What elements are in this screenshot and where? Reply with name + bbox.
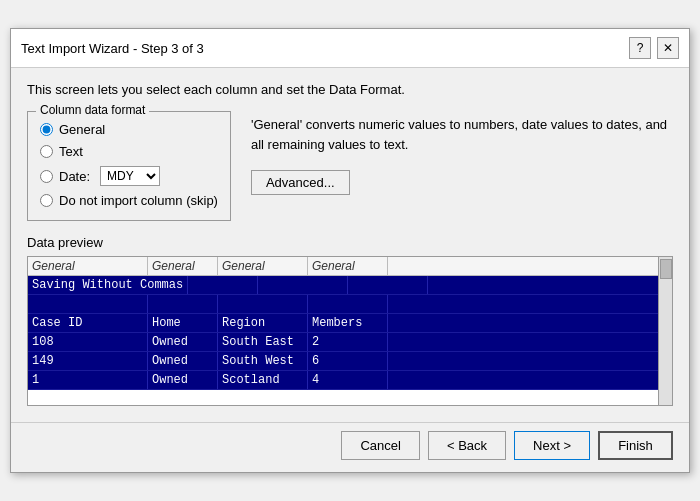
scroll-thumb-vert[interactable]	[660, 259, 672, 279]
help-button[interactable]: ?	[629, 37, 651, 59]
main-area: Column data format General Text Date: MD…	[27, 111, 673, 221]
radio-date-label[interactable]: Date:	[59, 169, 90, 184]
radio-general-row: General	[40, 122, 218, 137]
cell-0-1	[188, 276, 258, 294]
cell-3-0: 108	[28, 333, 148, 351]
finish-button[interactable]: Finish	[598, 431, 673, 460]
cell-5-1: Owned	[148, 371, 218, 389]
cell-0-0: Saving Without Commas	[28, 276, 188, 294]
left-panel: Column data format General Text Date: MD…	[27, 111, 231, 221]
col-header-4: General	[308, 257, 388, 275]
title-bar: Text Import Wizard - Step 3 of 3 ? ✕	[11, 29, 689, 68]
col-header-2: General	[148, 257, 218, 275]
cell-5-2: Scotland	[218, 371, 308, 389]
dialog-title: Text Import Wizard - Step 3 of 3	[21, 41, 204, 56]
col-headers: General General General General	[28, 257, 658, 276]
radio-text-label[interactable]: Text	[59, 144, 83, 159]
radio-skip-row: Do not import column (skip)	[40, 193, 218, 208]
cell-4-1: Owned	[148, 352, 218, 370]
cell-3-3: 2	[308, 333, 388, 351]
radio-general[interactable]	[40, 123, 53, 136]
close-button[interactable]: ✕	[657, 37, 679, 59]
cell-1-0	[28, 295, 148, 313]
cell-2-1: Home	[148, 314, 218, 332]
radio-date-row: Date: MDY DMY YMD	[40, 166, 218, 186]
cell-3-2: South East	[218, 333, 308, 351]
radio-general-label[interactable]: General	[59, 122, 105, 137]
col-header-1: General	[28, 257, 148, 275]
dialog-body: This screen lets you select each column …	[11, 68, 689, 416]
cell-1-2	[218, 295, 308, 313]
table-row	[28, 295, 658, 314]
group-box-label: Column data format	[36, 103, 149, 117]
data-preview-section: Data preview General General General Gen…	[27, 235, 673, 406]
table-row: 108 Owned South East 2	[28, 333, 658, 352]
cell-1-1	[148, 295, 218, 313]
cell-4-0: 149	[28, 352, 148, 370]
horizontal-scrollbar[interactable]	[28, 405, 672, 406]
cell-2-2: Region	[218, 314, 308, 332]
table-row: 1 Owned Scotland 4	[28, 371, 658, 390]
cell-0-2	[258, 276, 348, 294]
cell-2-3: Members	[308, 314, 388, 332]
preview-table: General General General General Saving W…	[28, 257, 658, 405]
cell-2-0: Case ID	[28, 314, 148, 332]
preview-container: General General General General Saving W…	[27, 256, 673, 406]
table-row: Case ID Home Region Members	[28, 314, 658, 333]
cell-1-3	[308, 295, 388, 313]
table-row: Saving Without Commas	[28, 276, 658, 295]
radio-skip-label[interactable]: Do not import column (skip)	[59, 193, 218, 208]
cell-0-3	[348, 276, 428, 294]
cell-3-1: Owned	[148, 333, 218, 351]
info-text: 'General' converts numeric values to num…	[251, 115, 673, 154]
column-format-group: Column data format General Text Date: MD…	[27, 111, 231, 221]
data-preview-label: Data preview	[27, 235, 673, 250]
back-button[interactable]: < Back	[428, 431, 506, 460]
cell-4-2: South West	[218, 352, 308, 370]
next-button[interactable]: Next >	[514, 431, 590, 460]
cell-4-3: 6	[308, 352, 388, 370]
preview-table-wrap: General General General General Saving W…	[28, 257, 672, 405]
cancel-button[interactable]: Cancel	[341, 431, 419, 460]
advanced-button[interactable]: Advanced...	[251, 170, 350, 195]
description-text: This screen lets you select each column …	[27, 82, 673, 97]
right-panel: 'General' converts numeric values to num…	[251, 111, 673, 221]
footer: Cancel < Back Next > Finish	[11, 422, 689, 472]
cell-5-0: 1	[28, 371, 148, 389]
cell-5-3: 4	[308, 371, 388, 389]
data-rows: Saving Without Commas	[28, 276, 658, 390]
radio-text[interactable]	[40, 145, 53, 158]
title-bar-controls: ? ✕	[629, 37, 679, 59]
table-row: 149 Owned South West 6	[28, 352, 658, 371]
radio-text-row: Text	[40, 144, 218, 159]
radio-skip[interactable]	[40, 194, 53, 207]
radio-date[interactable]	[40, 170, 53, 183]
col-header-3: General	[218, 257, 308, 275]
date-format-select[interactable]: MDY DMY YMD	[100, 166, 160, 186]
dialog-window: Text Import Wizard - Step 3 of 3 ? ✕ Thi…	[10, 28, 690, 473]
vertical-scrollbar[interactable]	[658, 257, 672, 405]
